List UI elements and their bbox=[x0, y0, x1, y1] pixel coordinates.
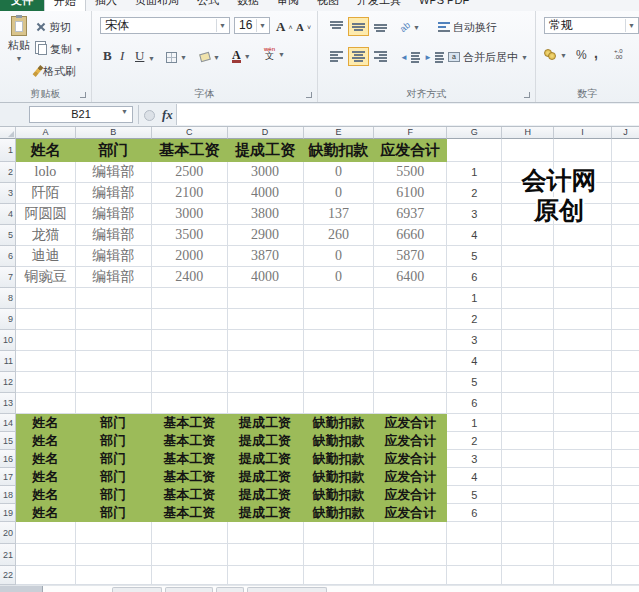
empty-cell[interactable] bbox=[612, 225, 639, 246]
header-cell[interactable]: 部门 bbox=[76, 504, 152, 522]
empty-cell[interactable] bbox=[152, 330, 228, 351]
header-cell[interactable]: 姓名 bbox=[16, 139, 76, 162]
empty-cell[interactable] bbox=[374, 522, 447, 544]
empty-cell[interactable] bbox=[228, 393, 304, 414]
header-cell[interactable]: 姓名 bbox=[16, 486, 76, 504]
name-box[interactable]: B21 bbox=[29, 106, 133, 123]
header-cell[interactable]: 基本工资 bbox=[152, 450, 228, 468]
empty-cell[interactable] bbox=[16, 288, 76, 309]
header-cell[interactable]: 提成工资 bbox=[228, 468, 304, 486]
header-cell[interactable]: 部门 bbox=[76, 414, 152, 432]
header-cell[interactable]: 应发合计 bbox=[374, 486, 447, 504]
col-header-J[interactable]: J bbox=[612, 127, 639, 139]
header-cell[interactable]: 提成工资 bbox=[228, 504, 304, 522]
row-header-20[interactable]: 20 bbox=[0, 522, 16, 544]
empty-cell[interactable] bbox=[228, 309, 304, 330]
row-header-15[interactable]: 15 bbox=[0, 432, 16, 450]
empty-cell[interactable] bbox=[554, 432, 612, 450]
base-salary-cell[interactable]: 2500 bbox=[152, 162, 228, 183]
seq-cell[interactable]: 1 bbox=[447, 288, 502, 309]
commission-cell[interactable]: 3000 bbox=[228, 162, 304, 183]
seq-cell[interactable]: 5 bbox=[447, 246, 502, 267]
commission-cell[interactable]: 3870 bbox=[228, 246, 304, 267]
bold-button[interactable]: B bbox=[103, 47, 112, 65]
empty-cell[interactable] bbox=[612, 204, 639, 225]
empty-cell[interactable] bbox=[612, 267, 639, 288]
row-header-22[interactable]: 22 bbox=[0, 566, 16, 585]
header-cell[interactable]: 基本工资 bbox=[152, 139, 228, 162]
empty-cell[interactable] bbox=[152, 309, 228, 330]
row-header-5[interactable]: 5 bbox=[0, 225, 16, 246]
wrap-text-button[interactable]: 自动换行 bbox=[438, 18, 497, 36]
clipboard-dialog-launcher-icon[interactable] bbox=[80, 92, 86, 98]
empty-cell[interactable] bbox=[612, 372, 639, 393]
empty-cell[interactable] bbox=[554, 414, 612, 432]
department-cell[interactable]: 编辑部 bbox=[76, 225, 152, 246]
empty-cell[interactable] bbox=[554, 288, 612, 309]
seq-cell[interactable]: 2 bbox=[447, 432, 502, 450]
empty-cell[interactable] bbox=[304, 330, 375, 351]
empty-cell[interactable] bbox=[554, 486, 612, 504]
total-pay-cell[interactable]: 6100 bbox=[374, 183, 447, 204]
empty-cell[interactable] bbox=[374, 544, 447, 566]
empty-cell[interactable] bbox=[76, 544, 152, 566]
seq-cell[interactable]: 2 bbox=[447, 183, 502, 204]
seq-cell[interactable]: 1 bbox=[447, 162, 502, 183]
empty-cell[interactable] bbox=[76, 522, 152, 544]
name-box-dropdown-icon[interactable]: ▼ bbox=[121, 108, 128, 115]
empty-cell[interactable] bbox=[16, 351, 76, 372]
empty-cell[interactable] bbox=[76, 372, 152, 393]
header-cell[interactable]: 缺勤扣款 bbox=[304, 139, 375, 162]
ribbon-tab[interactable]: 视图 bbox=[308, 0, 348, 11]
header-cell[interactable]: 提成工资 bbox=[228, 139, 304, 162]
ribbon-tab[interactable]: 审阅 bbox=[268, 0, 308, 11]
seq-cell[interactable]: 3 bbox=[447, 450, 502, 468]
copy-button[interactable]: 复制 ▼ bbox=[36, 40, 82, 58]
empty-cell[interactable] bbox=[502, 139, 554, 162]
empty-cell[interactable] bbox=[304, 372, 375, 393]
seq-cell[interactable]: 3 bbox=[447, 204, 502, 225]
row-header-14[interactable]: 14 bbox=[0, 414, 16, 432]
department-cell[interactable]: 编辑部 bbox=[76, 162, 152, 183]
empty-cell[interactable] bbox=[502, 309, 554, 330]
empty-cell[interactable] bbox=[228, 522, 304, 544]
orientation-button[interactable]: ab ▼ bbox=[400, 18, 420, 36]
chevron-down-icon[interactable]: ▼ bbox=[216, 19, 228, 32]
empty-cell[interactable] bbox=[612, 486, 639, 504]
empty-cell[interactable] bbox=[502, 522, 554, 544]
seq-cell[interactable]: 2 bbox=[447, 309, 502, 330]
header-cell[interactable]: 姓名 bbox=[16, 504, 76, 522]
empty-cell[interactable] bbox=[447, 544, 502, 566]
empty-cell[interactable] bbox=[16, 372, 76, 393]
empty-cell[interactable] bbox=[612, 309, 639, 330]
empty-cell[interactable] bbox=[554, 393, 612, 414]
empty-cell[interactable] bbox=[554, 468, 612, 486]
empty-cell[interactable] bbox=[374, 393, 447, 414]
seq-cell[interactable]: 5 bbox=[447, 486, 502, 504]
empty-cell[interactable] bbox=[76, 330, 152, 351]
header-cell[interactable]: 应发合计 bbox=[374, 504, 447, 522]
select-all-corner[interactable] bbox=[0, 127, 16, 139]
fx-icon[interactable]: fx bbox=[162, 107, 173, 123]
ribbon-tab[interactable]: 公式 bbox=[188, 0, 228, 11]
empty-cell[interactable] bbox=[554, 139, 612, 162]
header-cell[interactable]: 基本工资 bbox=[152, 486, 228, 504]
row-header-21[interactable]: 21 bbox=[0, 544, 16, 566]
empty-cell[interactable] bbox=[152, 288, 228, 309]
employee-name-cell[interactable]: 阿圆圆 bbox=[16, 204, 76, 225]
empty-cell[interactable] bbox=[304, 393, 375, 414]
empty-cell[interactable] bbox=[502, 393, 554, 414]
col-header-B[interactable]: B bbox=[76, 127, 152, 139]
empty-cell[interactable] bbox=[374, 566, 447, 585]
empty-cell[interactable] bbox=[228, 544, 304, 566]
format-painter-button[interactable]: 格式刷 bbox=[36, 62, 76, 80]
absence-deduction-cell[interactable]: 0 bbox=[304, 267, 375, 288]
alignment-dialog-launcher-icon[interactable] bbox=[524, 92, 530, 98]
empty-cell[interactable] bbox=[228, 351, 304, 372]
department-cell[interactable]: 编辑部 bbox=[76, 204, 152, 225]
header-cell[interactable]: 提成工资 bbox=[228, 450, 304, 468]
comma-style-button[interactable]: , bbox=[594, 44, 598, 62]
header-cell[interactable]: 姓名 bbox=[16, 414, 76, 432]
seq-cell[interactable]: 4 bbox=[447, 225, 502, 246]
empty-cell[interactable] bbox=[502, 566, 554, 585]
